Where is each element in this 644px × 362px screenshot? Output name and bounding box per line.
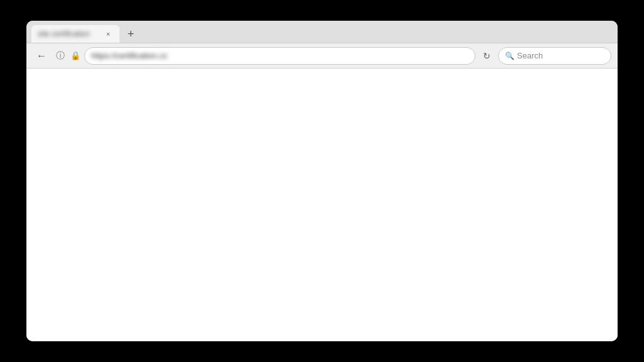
new-tab-button[interactable]: + bbox=[122, 25, 140, 43]
page-content bbox=[26, 69, 618, 341]
title-bar: site certification × + bbox=[26, 21, 618, 43]
tab-close-button[interactable]: × bbox=[103, 29, 113, 39]
back-button[interactable]: ← bbox=[33, 47, 50, 65]
address-bar[interactable]: https://certification.cc bbox=[84, 47, 475, 65]
active-tab[interactable]: site certification × bbox=[31, 25, 119, 43]
lock-icon: 🔒 bbox=[70, 51, 80, 61]
tab-title: site certification bbox=[38, 30, 99, 38]
info-icon: ⓘ bbox=[54, 50, 67, 62]
address-text: https://certification.cc bbox=[91, 51, 469, 60]
reload-button[interactable]: ↻ bbox=[479, 48, 494, 63]
search-icon: 🔍 bbox=[505, 52, 514, 60]
search-bar[interactable]: 🔍 Search bbox=[498, 47, 611, 65]
nav-bar: ← ⓘ 🔒 https://certification.cc ↻ 🔍 Searc… bbox=[26, 43, 618, 69]
tab-strip: site certification × + bbox=[31, 21, 613, 43]
search-placeholder: Search bbox=[517, 51, 543, 60]
browser-window: site certification × + ← ⓘ 🔒 https://cer… bbox=[26, 21, 618, 341]
